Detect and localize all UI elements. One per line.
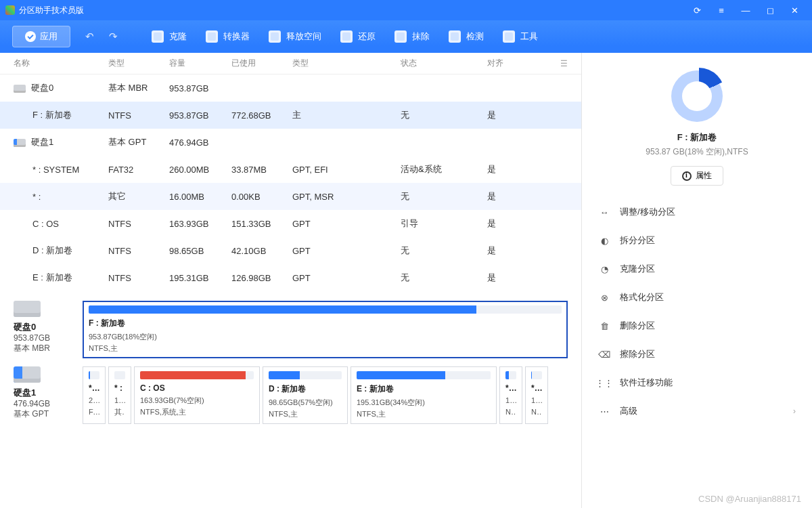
disk-row[interactable]: 硬盘0基本 MBR953.87GB xyxy=(0,75,581,102)
partition-box[interactable]: E : 新加卷195.31GB(34%空闲)NTFS,主 xyxy=(351,366,497,424)
action-icon: ⊗ xyxy=(598,291,610,303)
toolbar-icon xyxy=(206,30,218,43)
redo-icon[interactable]: ↷ xyxy=(109,30,118,43)
col-status[interactable]: 状态 xyxy=(401,58,487,69)
partition-table: 硬盘0基本 MBR953.87GBF : 新加卷NTFS953.87GB772.… xyxy=(0,75,581,291)
apply-button[interactable]: 应用 xyxy=(12,26,70,47)
column-config-icon[interactable]: ☰ xyxy=(560,59,568,68)
toolbar-icon xyxy=(152,30,164,43)
maximize-icon[interactable]: ◻ xyxy=(758,5,782,16)
action-icon: ⌫ xyxy=(598,348,610,360)
toolbar-icon xyxy=(449,30,461,43)
partition-row[interactable]: F : 新加卷NTFS953.87GB772.68GB主无是 xyxy=(0,102,581,129)
watermark: CSDN @Aruanjian888171 xyxy=(698,494,801,504)
disk-icon xyxy=(14,139,26,147)
partition-box[interactable]: D : 新加卷98.65GB(57%空闲)NTFS,主 xyxy=(263,366,348,424)
action-1[interactable]: ◐拆分分区 xyxy=(594,226,800,255)
disk-row[interactable]: 硬盘1基本 GPT476.94GB xyxy=(0,129,581,156)
chevron-right-icon: › xyxy=(793,406,796,416)
toolbar-item-3[interactable]: 还原 xyxy=(340,30,376,43)
partition-row[interactable]: D : 新加卷NTFS98.65GB42.10GBGPT无是 xyxy=(0,237,581,264)
pie-chart-icon xyxy=(671,70,723,122)
partition-row[interactable]: C : OSNTFS163.93GB151.33GBGPT引导是 xyxy=(0,210,581,237)
action-3[interactable]: ⊗格式化分区 xyxy=(594,283,800,312)
disk-head[interactable]: 硬盘1476.94GB基本 GPT xyxy=(14,366,73,420)
disk-block: 硬盘1476.94GB基本 GPT* : ...260...FAT...* :1… xyxy=(14,366,568,424)
disk-visual: 硬盘0953.87GB基本 MBRF : 新加卷953.87GB(18%空闲)N… xyxy=(0,291,581,431)
partition-box[interactable]: * : ...1.27...NTF... xyxy=(499,366,522,424)
action-icon: ↔ xyxy=(598,206,610,218)
action-icon: ◐ xyxy=(598,234,610,247)
action-5[interactable]: ⌫擦除分区 xyxy=(594,340,800,368)
col-type[interactable]: 类型 xyxy=(108,58,169,69)
side-panel: F : 新加卷 953.87 GB(18% 空闲),NTFS 属性 ↔调整/移动… xyxy=(582,53,812,508)
partition-box[interactable]: * : ...260...FAT... xyxy=(83,366,106,424)
toolbar-item-0[interactable]: 克隆 xyxy=(152,30,187,43)
disk-icon xyxy=(14,85,26,93)
toolbar-icon xyxy=(269,30,281,43)
minimize-icon[interactable]: — xyxy=(734,5,758,16)
action-icon: 🗑 xyxy=(598,320,610,332)
action-7[interactable]: ⋯高级› xyxy=(594,397,800,425)
toolbar-icon xyxy=(394,30,407,43)
disk-icon xyxy=(14,366,41,383)
partition-box[interactable]: C : OS163.93GB(7%空闲)NTFS,系统,主 xyxy=(134,366,260,424)
partition-strip: F : 新加卷953.87GB(18%空闲)NTFS,主 xyxy=(83,301,568,358)
disk-icon xyxy=(14,301,41,317)
menu-icon[interactable]: ≡ xyxy=(709,5,734,16)
partition-row[interactable]: E : 新加卷NTFS195.31GB126.98GBGPT无是 xyxy=(0,264,581,291)
action-icon: ◔ xyxy=(598,263,610,275)
col-align[interactable]: 对齐 xyxy=(487,58,528,69)
action-6[interactable]: ⋮⋮软件迁移功能 xyxy=(594,368,800,397)
action-2[interactable]: ◔克隆分区 xyxy=(594,255,800,283)
col-ptype[interactable]: 类型 xyxy=(292,58,401,69)
partition-box[interactable]: * : ...17....NT... xyxy=(525,366,548,424)
check-icon xyxy=(25,31,36,42)
selected-partition-sub: 953.87 GB(18% 空闲),NTFS xyxy=(594,146,800,158)
partition-row[interactable]: * :其它16.00MB0.00KBGPT, MSR无是 xyxy=(0,183,581,210)
toolbar-icon xyxy=(340,30,353,43)
toolbar-item-1[interactable]: 转换器 xyxy=(206,30,250,43)
undo-icon[interactable]: ↶ xyxy=(85,30,94,43)
action-0[interactable]: ↔调整/移动分区 xyxy=(594,198,800,226)
info-icon xyxy=(682,171,692,181)
disk-head[interactable]: 硬盘0953.87GB基本 MBR xyxy=(14,301,73,354)
disk-block: 硬盘0953.87GB基本 MBRF : 新加卷953.87GB(18%空闲)N… xyxy=(14,301,568,358)
action-4[interactable]: 🗑删除分区 xyxy=(594,312,800,340)
action-icon: ⋯ xyxy=(598,405,610,417)
refresh-icon[interactable]: ⟳ xyxy=(685,5,709,16)
selected-partition-title: F : 新加卷 xyxy=(594,131,800,144)
partition-strip: * : ...260...FAT...* :16...其...C : OS163… xyxy=(83,366,568,424)
app-title: 分区助手技术员版 xyxy=(19,5,84,16)
toolbar-item-2[interactable]: 释放空间 xyxy=(269,30,321,43)
properties-button[interactable]: 属性 xyxy=(671,166,723,186)
action-icon: ⋮⋮ xyxy=(598,377,610,389)
toolbar: 应用 ↶ ↷ 克隆转换器释放空间还原抹除检测工具 xyxy=(0,20,812,53)
app-logo-icon xyxy=(5,5,15,15)
partition-box[interactable]: * :16...其... xyxy=(108,366,131,424)
partition-row[interactable]: * : SYSTEMFAT32260.00MB33.87MBGPT, EFI活动… xyxy=(0,156,581,183)
apply-label: 应用 xyxy=(40,30,58,43)
col-name[interactable]: 名称 xyxy=(14,58,108,69)
titlebar: 分区助手技术员版 ⟳ ≡ — ◻ ✕ xyxy=(0,0,812,20)
column-headers: 名称 类型 容量 已使用 类型 状态 对齐 ☰ xyxy=(0,53,581,75)
toolbar-item-5[interactable]: 检测 xyxy=(449,30,484,43)
toolbar-icon xyxy=(503,30,515,43)
col-capacity[interactable]: 容量 xyxy=(169,58,231,69)
toolbar-item-6[interactable]: 工具 xyxy=(503,30,538,43)
partition-box[interactable]: F : 新加卷953.87GB(18%空闲)NTFS,主 xyxy=(83,301,568,358)
toolbar-item-4[interactable]: 抹除 xyxy=(394,30,430,43)
col-used[interactable]: 已使用 xyxy=(231,58,292,69)
close-icon[interactable]: ✕ xyxy=(782,5,807,16)
